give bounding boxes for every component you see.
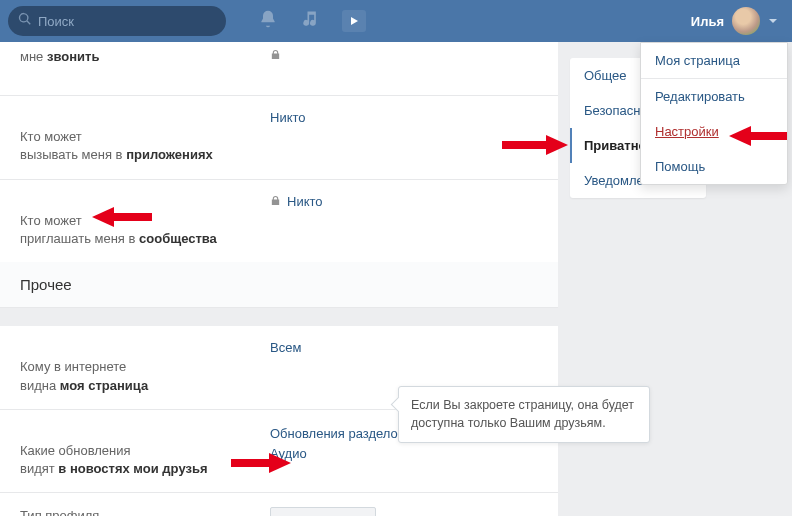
dropdown-selected[interactable]: Открытый: [270, 507, 376, 516]
bell-icon[interactable]: [258, 9, 278, 33]
setting-value[interactable]: Никто: [270, 110, 306, 125]
setting-value[interactable]: Никто: [270, 194, 323, 209]
user-menu-help[interactable]: Помощь: [641, 149, 787, 184]
profile-type-tooltip: Если Вы закроете страницу, она будет дос…: [398, 386, 650, 443]
setting-label: мне звонить: [20, 48, 270, 66]
setting-label: Кому в интернете видна моя страница: [20, 340, 270, 395]
profile-type-dropdown: Открытый Открытый Закрытый: [270, 507, 376, 516]
search-icon: [18, 12, 32, 30]
header-icons: [258, 9, 366, 33]
lock-icon: [270, 194, 281, 209]
user-menu-settings[interactable]: Настройки: [641, 114, 787, 149]
setting-row-apps: Кто может вызывать меня в приложениях Ни…: [0, 96, 558, 180]
setting-label: Какие обновления видят в новостях мои др…: [20, 424, 270, 479]
lock-icon: [270, 48, 281, 63]
setting-row-call: мне звонить: [0, 42, 558, 96]
user-menu: Моя страница Редактировать Настройки Пом…: [640, 42, 788, 185]
user-menu-edit[interactable]: Редактировать: [641, 79, 787, 114]
top-header: Илья: [0, 0, 792, 42]
feed-link-audio[interactable]: Аудио: [270, 446, 307, 461]
setting-row-invite: Кто может приглашать меня в сообщества Н…: [0, 180, 558, 263]
user-name: Илья: [691, 14, 724, 29]
setting-value[interactable]: Всем: [270, 340, 301, 355]
setting-label: Кто может вызывать меня в приложениях: [20, 110, 270, 165]
chevron-down-icon: [768, 14, 778, 29]
settings-main: мне звонить Кто может вызывать меня в пр…: [0, 42, 558, 516]
setting-label: Тип профиля: [20, 507, 270, 516]
play-button[interactable]: [342, 10, 366, 32]
setting-value[interactable]: [270, 48, 287, 63]
setting-label: Кто может приглашать меня в сообщества: [20, 194, 270, 249]
section-spacer: [0, 308, 558, 326]
section-title-other: Прочее: [0, 262, 558, 308]
user-menu-my-page[interactable]: Моя страница: [641, 43, 787, 78]
search-input[interactable]: [38, 14, 216, 29]
avatar: [732, 7, 760, 35]
user-area[interactable]: Илья: [685, 0, 784, 42]
search-wrap: [8, 6, 226, 36]
setting-row-profile-type: Тип профиля Открытый Открытый Закрытый: [0, 493, 558, 516]
music-icon[interactable]: [300, 9, 320, 33]
